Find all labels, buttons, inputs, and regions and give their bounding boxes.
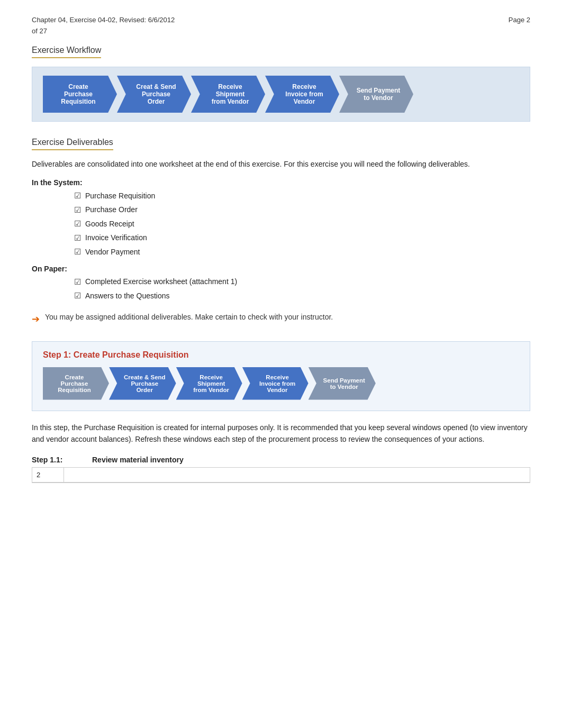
- on-paper-checklist: ☑Completed Exercise worksheet (attachmen…: [32, 276, 530, 302]
- on-paper-group: On Paper: ☑Completed Exercise worksheet …: [32, 265, 530, 302]
- item-label: Invoice Verification: [85, 232, 147, 243]
- list-item: ☑Purchase Requisition: [74, 190, 530, 202]
- item-label: Purchase Order: [85, 204, 138, 215]
- item-label: Purchase Requisition: [85, 190, 155, 202]
- list-item: ☑Vendor Payment: [74, 246, 530, 258]
- step-1-1-title: Review material inventory: [92, 456, 184, 464]
- workflow-step-3: ReceiveShipmentfrom Vendor: [191, 76, 265, 113]
- item-label: Vendor Payment: [85, 247, 140, 258]
- checkbox-icon: ☑: [74, 218, 81, 230]
- chapter-info: Chapter 04, Exercise 04-02, Revised: 6/6…: [32, 16, 175, 24]
- step1-workflow-arrows: CreatePurchaseRequisition Create & SendP…: [43, 367, 519, 400]
- checkbox-icon: ☑: [74, 190, 81, 202]
- note-text: You may be assigned additional deliverab…: [45, 312, 333, 323]
- workflow-step-1: CreatePurchaseRequisition: [43, 76, 117, 113]
- list-item: ☑Completed Exercise worksheet (attachmen…: [74, 276, 530, 288]
- on-paper-label: On Paper:: [32, 265, 530, 273]
- in-system-label: In the System:: [32, 178, 530, 187]
- workflow-step-2: Creat & SendPurchaseOrder: [117, 76, 191, 113]
- table-cell-content: [64, 468, 530, 482]
- step1-workflow-step-3: ReceiveShipmentfrom Vendor: [176, 367, 242, 400]
- step-1-1-heading: Step 1.1: Review material inventory: [32, 456, 530, 464]
- step1-workflow-step-2: Create & SendPurchaseOrder: [109, 367, 176, 400]
- exercise-deliverables-heading: Exercise Deliverables: [32, 138, 113, 150]
- list-item: ☑Purchase Order: [74, 204, 530, 216]
- bottom-table: 2: [32, 467, 530, 483]
- item-label: Completed Exercise worksheet (attachment…: [85, 276, 237, 287]
- checkbox-icon: ☑: [74, 246, 81, 258]
- exercise-workflow-heading: Exercise Workflow: [32, 46, 101, 58]
- in-system-checklist: ☑Purchase Requisition ☑Purchase Order ☑G…: [32, 190, 530, 258]
- in-system-group: In the System: ☑Purchase Requisition ☑Pu…: [32, 178, 530, 258]
- step1-description: In this step, the Purchase Requisition i…: [32, 422, 530, 445]
- step-1-title: Step 1: Create Purchase Requisition: [43, 350, 519, 360]
- arrow-right-icon: ➔: [32, 312, 40, 326]
- checkbox-icon: ☑: [74, 204, 81, 216]
- list-item: ☑Goods Receipt: [74, 218, 530, 230]
- exercise-workflow-diagram: CreatePurchaseRequisition Creat & SendPu…: [32, 67, 530, 122]
- checkbox-icon: ☑: [74, 232, 81, 244]
- item-label: Answers to the Questions: [85, 290, 170, 302]
- table-cell-page: 2: [32, 468, 64, 482]
- step1-workflow-step-1: CreatePurchaseRequisition: [43, 367, 109, 400]
- step-1-1-label: Step 1.1:: [32, 456, 79, 464]
- deliverables-intro: Deliverables are consolidated into one w…: [32, 159, 530, 170]
- workflow-arrows: CreatePurchaseRequisition Creat & SendPu…: [43, 76, 519, 113]
- additional-deliverables-note: ➔ You may be assigned additional deliver…: [32, 312, 530, 326]
- checkbox-icon: ☑: [74, 290, 81, 302]
- step1-workflow-step-5: Send Paymentto Vendor: [309, 367, 376, 400]
- checkbox-icon: ☑: [74, 276, 81, 288]
- step-1-box: Step 1: Create Purchase Requisition Crea…: [32, 341, 530, 411]
- page-of-total: of 27: [32, 27, 530, 35]
- item-label: Goods Receipt: [85, 219, 134, 230]
- page-number: Page 2: [509, 16, 530, 24]
- list-item: ☑Answers to the Questions: [74, 290, 530, 302]
- list-item: ☑Invoice Verification: [74, 232, 530, 244]
- workflow-step-5: Send Paymentto Vendor: [339, 76, 413, 113]
- table-row: 2: [32, 468, 530, 483]
- workflow-step-4: ReceiveInvoice fromVendor: [265, 76, 339, 113]
- step1-workflow-step-4: ReceiveInvoice fromVendor: [242, 367, 309, 400]
